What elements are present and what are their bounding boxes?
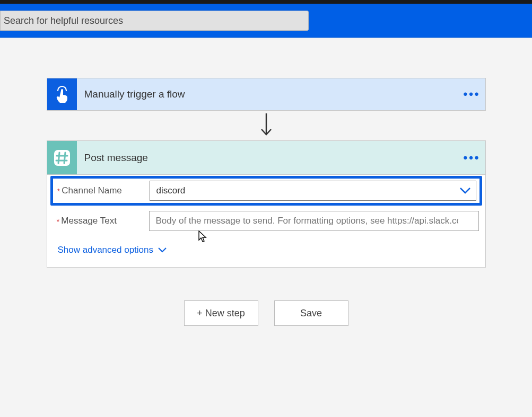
save-button[interactable]: Save — [274, 300, 348, 326]
channel-name-label: * Channel Name — [54, 185, 150, 196]
channel-name-row: * Channel Name — [50, 176, 482, 206]
arrow-down-icon — [258, 112, 274, 139]
trigger-icon-box — [47, 78, 77, 110]
svg-rect-1 — [54, 150, 70, 166]
flow-canvas: Manually trigger a flow ••• — [0, 38, 532, 326]
connector-arrow — [47, 111, 486, 140]
top-dark-bar — [0, 0, 532, 4]
action-body: * Channel Name * Message Text — [47, 176, 485, 267]
message-text-label: * Message Text — [54, 216, 149, 226]
message-label-text: Message Text — [61, 216, 117, 226]
trigger-card[interactable]: Manually trigger a flow ••• — [47, 78, 486, 111]
search-input[interactable]: Search for helpful resources — [0, 11, 309, 31]
action-card: Post message ••• * Channel Name * — [47, 140, 486, 268]
advanced-options-label: Show advanced options — [58, 245, 154, 255]
action-header[interactable]: Post message ••• — [47, 141, 485, 175]
svg-line-3 — [64, 153, 65, 163]
required-asterisk: * — [57, 187, 60, 196]
footer-buttons: + New step Save — [47, 300, 486, 326]
advanced-options-row: Show advanced options — [47, 235, 485, 255]
message-text-row: * Message Text — [47, 207, 485, 235]
new-step-button[interactable]: + New step — [184, 300, 258, 326]
trigger-title: Manually trigger a flow — [77, 78, 459, 110]
action-title: Post message — [77, 141, 459, 174]
svg-line-2 — [58, 153, 59, 163]
channel-name-input[interactable] — [150, 181, 476, 201]
message-text-input[interactable] — [149, 211, 479, 231]
action-menu-button[interactable]: ••• — [459, 141, 485, 174]
channel-dropdown[interactable] — [150, 181, 476, 201]
channel-label-text: Channel Name — [62, 185, 121, 196]
trigger-menu-button[interactable]: ••• — [459, 78, 485, 110]
show-advanced-options-link[interactable]: Show advanced options — [58, 245, 168, 255]
chevron-down-icon — [158, 247, 167, 253]
touch-icon — [55, 85, 69, 103]
hash-icon — [53, 149, 71, 167]
action-icon-box — [47, 141, 77, 174]
required-asterisk: * — [57, 217, 60, 226]
top-blue-bar: Search for helpful resources — [0, 4, 532, 38]
